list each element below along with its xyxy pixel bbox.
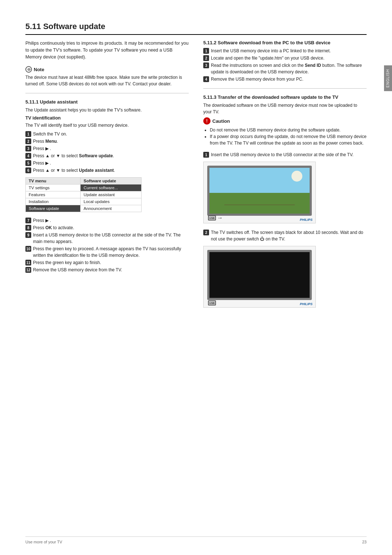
step-r6-text: The TV switches off. The screen stays bl…	[211, 229, 367, 242]
menu-col2-header: Software update	[81, 178, 142, 185]
caution-item-2: If a power drop occurs during the update…	[210, 133, 367, 146]
side-tab: ENGLISH	[384, 65, 392, 91]
step-r2-text: Locate and open the file "update.htm" on…	[211, 55, 367, 61]
step-11-text: Press the green key again to finish.	[33, 259, 189, 266]
step-12: 12 Remove the USB memory device from the…	[25, 267, 189, 273]
step-1-text: Switch the TV on.	[33, 131, 189, 137]
intro-text: Philips continuously tries to improve it…	[25, 40, 189, 60]
step-num-r2: 2	[203, 55, 209, 61]
note-icon: ⊖	[25, 66, 32, 73]
usb-area-2: USB	[208, 300, 216, 305]
steps-1-6: 1 Switch the TV on. 2 Press Menu. 3 Pres…	[25, 131, 189, 174]
step-num-3: 3	[25, 146, 31, 151]
step-num-12: 12	[25, 267, 31, 273]
step-num-4: 4	[25, 153, 31, 159]
step-6: 6 Press ▲ or ▼ to select Update assistan…	[25, 167, 189, 174]
step-2: 2 Press Menu.	[25, 138, 189, 145]
step-5: 5 Press ▶ .	[25, 160, 189, 166]
step-10: 10 Press the green key to proceed. A mes…	[25, 246, 189, 259]
philips-label-2: PHILIPS	[300, 302, 313, 306]
step-4: 4 Press ▲ or ▼ to select Software update…	[25, 153, 189, 159]
step-num-2: 2	[25, 138, 31, 144]
step-num-10: 10	[25, 246, 31, 252]
step-r1: 1 Insert the USB memory device into a PC…	[203, 48, 367, 54]
note-title: ⊖ Note	[25, 66, 189, 73]
step-r2: 2 Locate and open the file "update.htm" …	[203, 55, 367, 61]
step-r5-text: Insert the USB memory device to the USB …	[211, 151, 367, 158]
menu-cell-4-1: Software update	[26, 205, 81, 212]
step-num-8: 8	[25, 225, 31, 231]
tv-image-1: USB → PHILIPS	[203, 162, 316, 223]
caution-box: ! Caution Do not remove the USB memory d…	[203, 117, 367, 146]
step-6-text: Press ▲ or ▼ to select Update assistant.	[33, 167, 189, 174]
step-num-r4: 4	[203, 76, 209, 82]
menu-row-1: TV settings Current software...	[26, 185, 142, 191]
step-r5: 1 Insert the USB memory device to the US…	[203, 151, 367, 158]
steps-511-3-1: 1 Insert the USB memory device to the US…	[203, 151, 367, 158]
menu-table: TV menu Software update TV settings Curr…	[25, 177, 142, 212]
menu-cell-2-1: Features	[26, 191, 81, 198]
step-num-1: 1	[25, 131, 31, 137]
steps-7-12: 7 Press ▶ . 8 Press OK to activate. 9 In…	[25, 217, 189, 273]
caution-list: Do not remove the USB memory device duri…	[203, 127, 367, 146]
note-box: ⊖ Note The device must have at least 48M…	[25, 66, 189, 87]
footer-page-number: 23	[362, 540, 367, 544]
step-r3: 3 Read the instructions on screen and cl…	[203, 62, 367, 75]
step-5-text: Press ▶ .	[33, 160, 189, 166]
step-7-text: Press ▶ .	[33, 217, 189, 224]
step-11: 11 Press the green key again to finish.	[25, 259, 189, 266]
step-num-r6: 2	[203, 230, 209, 235]
menu-cell-1-2: Current software...	[81, 185, 142, 191]
caution-title: ! Caution	[203, 117, 367, 125]
step-12-text: Remove the USB memory device from the TV…	[33, 267, 189, 273]
step-num-7: 7	[25, 218, 31, 223]
philips-label-1: PHILIPS	[300, 218, 313, 222]
subsection-511-3-intro: The downloaded software on the USB memor…	[203, 102, 367, 115]
step-r6: 2 The TV switches off. The screen stays …	[203, 229, 367, 242]
step-9: 9 Insert a USB memory device to the USB …	[25, 232, 189, 245]
menu-cell-1-1: TV settings	[26, 185, 81, 191]
menu-row-4: Software update Announcement	[26, 205, 142, 212]
steps-511-2: 1 Insert the USB memory device into a PC…	[203, 48, 367, 82]
menu-row-2: Features Update assistant	[26, 191, 142, 198]
step-num-9: 9	[25, 232, 31, 238]
caution-label: Caution	[212, 118, 230, 124]
step-num-11: 11	[25, 260, 31, 266]
menu-cell-4-2: Announcement	[81, 205, 142, 212]
tv-id-title: TV identification	[25, 116, 189, 121]
subsection-511-2-title: 5.11.2 Software download from the PC to …	[203, 40, 367, 45]
subsection-511-1-title: 5.11.1 Update assistant	[25, 99, 189, 105]
subsection-511-1-intro: The Update assistant helps you to update…	[25, 107, 189, 113]
step-1: 1 Switch the TV on.	[25, 131, 189, 137]
step-7: 7 Press ▶ .	[25, 217, 189, 224]
left-column: Philips continuously tries to improve it…	[25, 40, 189, 313]
step-num-r1: 1	[203, 48, 209, 54]
tv-image-2: USB PHILIPS	[203, 246, 316, 308]
step-3: 3 Press ▶ .	[25, 145, 189, 152]
step-r1-text: Insert the USB memory device into a PC l…	[211, 48, 367, 54]
step-8-text: Press OK to activate.	[33, 224, 189, 231]
menu-col1-header: TV menu	[26, 178, 81, 185]
footer: Use more of your TV 23	[25, 536, 367, 544]
step-num-r3: 3	[203, 62, 209, 68]
step-8: 8 Press OK to activate.	[25, 224, 189, 231]
step-num-5: 5	[25, 160, 31, 166]
step-r4: 4 Remove the USB memory device from your…	[203, 76, 367, 82]
divider-1	[25, 93, 189, 93]
section-title: 5.11 Software update	[25, 22, 367, 35]
subsection-511-3-title: 5.11.3 Transfer of the downloaded softwa…	[203, 94, 367, 100]
page: ENGLISH 5.11 Software update Philips con…	[0, 0, 392, 555]
step-num-r5: 1	[203, 152, 209, 158]
step-4-text: Press ▲ or ▼ to select Software update.	[33, 153, 189, 159]
step-num-6: 6	[25, 167, 31, 173]
step-9-text: Insert a USB memory device to the USB co…	[33, 232, 189, 245]
footer-left-text: Use more of your TV	[25, 540, 62, 544]
steps-511-3-2: 2 The TV switches off. The screen stays …	[203, 229, 367, 242]
note-text: The device must have at least 48Mb free …	[25, 74, 189, 87]
divider-2	[203, 88, 367, 89]
step-10-text: Press the green key to proceed. A messag…	[33, 246, 189, 259]
menu-cell-2-2: Update assistant	[81, 191, 142, 198]
step-3-text: Press ▶ .	[33, 145, 189, 152]
menu-cell-3-1: Installation	[26, 198, 81, 205]
usb-area-1: USB →	[208, 215, 223, 221]
